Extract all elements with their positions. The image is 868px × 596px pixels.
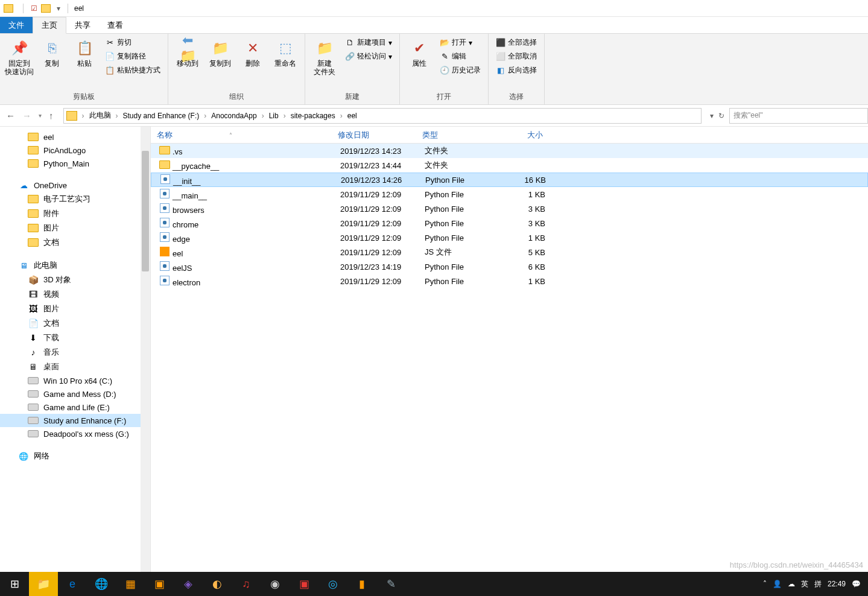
forward-button[interactable]: → — [22, 110, 31, 121]
tray-icon[interactable]: ˄ — [763, 580, 767, 588]
app-button[interactable]: ▦ — [116, 572, 145, 596]
refresh-button[interactable]: ↻ — [718, 112, 724, 120]
column-size[interactable]: 大小 — [501, 130, 549, 141]
qat-folder-icon[interactable] — [41, 4, 51, 13]
delete-button[interactable]: ✕删除 — [238, 36, 267, 70]
tray-icon[interactable]: ☁ — [788, 580, 795, 588]
tree-item[interactable]: Win 10 Pro x64 (C:) — [0, 374, 150, 387]
tree-item[interactable]: eel — [0, 130, 150, 144]
file-row[interactable]: eel 2019/11/29 12:09 JS 文件 5 KB — [151, 245, 868, 259]
system-tray[interactable]: ˄ 👤 ☁ 英 拼 22:49 💬 — [756, 579, 868, 589]
newitem-button[interactable]: 🗋新建项目 ▾ — [343, 36, 394, 49]
pin-button[interactable]: 📌 固定到 快速访问 — [5, 36, 34, 79]
scrollbar[interactable] — [141, 127, 150, 572]
ime-icon[interactable]: 拼 — [814, 579, 822, 589]
file-row[interactable]: __pycache__ 2019/12/23 14:44 文件夹 — [151, 158, 868, 173]
copyto-button[interactable]: 📁复制到 — [206, 36, 235, 70]
vs-button[interactable]: ◈ — [174, 572, 203, 596]
file-row[interactable]: eelJS 2019/12/23 14:19 Python File 6 KB — [151, 259, 868, 274]
explorer-button[interactable]: 📁 — [29, 572, 58, 596]
history-button[interactable]: 🕘历史记录 — [437, 64, 483, 77]
selectnone-button[interactable]: ⬜全部取消 — [493, 50, 539, 63]
tree-item[interactable]: 📦3D 对象 — [0, 273, 150, 287]
crumb[interactable]: Lib — [265, 112, 282, 120]
cut-button[interactable]: ✂剪切 — [103, 36, 163, 49]
app-button[interactable]: ◎ — [318, 572, 347, 596]
crumb[interactable]: AnocondaApp — [207, 112, 260, 120]
tree-item[interactable]: PicAndLogo — [0, 144, 150, 157]
qat-check-icon[interactable]: ☑ — [31, 4, 37, 13]
up-button[interactable]: ↑ — [49, 110, 54, 121]
crumb[interactable]: 此电脑 — [86, 110, 115, 121]
chrome-button[interactable]: 🌐 — [87, 572, 116, 596]
easyaccess-button[interactable]: 🔗轻松访问 ▾ — [343, 50, 394, 63]
breadcrumb[interactable]: › 此电脑› Study and Enhance (F:)› AnocondaA… — [63, 108, 702, 124]
app-button[interactable]: ▣ — [290, 572, 318, 596]
tree-item[interactable]: 🎞视频 — [0, 287, 150, 302]
file-row[interactable]: chrome 2019/11/29 12:09 Python File 3 KB — [151, 216, 868, 230]
ime-icon[interactable]: 英 — [801, 579, 808, 589]
notification-icon[interactable]: 💬 — [852, 580, 861, 588]
file-row[interactable]: browsers 2019/11/29 12:09 Python File 3 … — [151, 201, 868, 216]
app-button[interactable]: ▮ — [347, 572, 376, 596]
recent-button[interactable]: ▾ — [39, 112, 42, 119]
moveto-button[interactable]: ⬅📁移动到 — [173, 36, 202, 70]
tree-item[interactable]: 图片 — [0, 221, 150, 235]
back-button[interactable]: ← — [6, 110, 15, 121]
tree-network[interactable]: 🌐网络 — [0, 449, 150, 463]
tree-item[interactable]: Python_Main — [0, 157, 150, 170]
tab-view[interactable]: 查看 — [99, 17, 131, 33]
crumb[interactable]: Study and Enhance (F:) — [119, 112, 203, 120]
tree-thispc[interactable]: 🖥此电脑 — [0, 258, 150, 273]
column-name[interactable]: 名称 ˄ — [151, 130, 332, 141]
edge-button[interactable]: e — [58, 572, 87, 596]
pasteshortcut-button[interactable]: 📋粘贴快捷方式 — [103, 64, 163, 77]
tree-item[interactable]: Deadpool's xx mess (G:) — [0, 427, 150, 440]
chevron-right-icon[interactable]: › — [339, 112, 344, 120]
app-button[interactable]: ✎ — [376, 572, 405, 596]
sublime-button[interactable]: ▣ — [145, 572, 174, 596]
selectall-button[interactable]: ⬛全部选择 — [493, 36, 539, 49]
chevron-right-icon[interactable]: › — [282, 112, 287, 120]
tree-item[interactable]: ⬇下载 — [0, 331, 150, 345]
netease-button[interactable]: ♫ — [232, 572, 261, 596]
invert-button[interactable]: ◧反向选择 — [493, 64, 539, 77]
rename-button[interactable]: ⬚重命名 — [271, 36, 300, 70]
chevron-right-icon[interactable]: › — [115, 112, 119, 120]
tree-onedrive[interactable]: ☁OneDrive — [0, 179, 150, 192]
tree-item[interactable]: 文档 — [0, 235, 150, 250]
tray-icon[interactable]: 👤 — [773, 580, 782, 588]
newfolder-button[interactable]: 📁新建 文件夹 — [310, 36, 339, 79]
app-button[interactable]: ◐ — [203, 572, 232, 596]
copypath-button[interactable]: 📄复制路径 — [103, 50, 163, 63]
column-date[interactable]: 修改日期 — [332, 130, 416, 141]
steam-button[interactable]: ◉ — [261, 572, 290, 596]
tree-item[interactable]: ♪音乐 — [0, 345, 150, 360]
column-type[interactable]: 类型 — [416, 130, 501, 141]
file-row[interactable]: electron 2019/11/29 12:09 Python File 1 … — [151, 274, 868, 288]
file-row[interactable]: .vs 2019/12/23 14:23 文件夹 — [151, 144, 868, 158]
open-button[interactable]: 📂打开 ▾ — [437, 36, 483, 49]
file-row[interactable]: edge 2019/11/29 12:09 Python File 1 KB — [151, 230, 868, 245]
qat-dropdown-icon[interactable]: ▾ — [57, 4, 60, 13]
tree-item[interactable]: Study and Enhance (F:) — [0, 414, 150, 427]
tree-item[interactable]: 附件 — [0, 206, 150, 221]
tab-home[interactable]: 主页 — [33, 17, 66, 34]
file-row[interactable]: __init__ 2019/12/23 14:26 Python File 16… — [151, 173, 868, 187]
crumb[interactable]: site-packages — [287, 112, 339, 120]
tab-share[interactable]: 共享 — [66, 17, 99, 33]
tree-item[interactable]: Game and Mess (D:) — [0, 387, 150, 401]
tree-item[interactable]: Game and Life (E:) — [0, 401, 150, 414]
edit-button[interactable]: ✎编辑 — [437, 50, 483, 63]
chevron-right-icon[interactable]: › — [261, 112, 265, 120]
tree-item[interactable]: 电子工艺实习 — [0, 192, 150, 206]
tree-item[interactable]: 📄文档 — [0, 316, 150, 331]
file-row[interactable]: __main__ 2019/11/29 12:09 Python File 1 … — [151, 187, 868, 201]
tree-item[interactable]: 🖼图片 — [0, 302, 150, 316]
tree-item[interactable]: 🖥桌面 — [0, 360, 150, 374]
chevron-right-icon[interactable]: › — [81, 112, 86, 120]
properties-button[interactable]: ✔属性 — [405, 36, 434, 70]
dropdown-icon[interactable]: ▾ — [710, 112, 714, 120]
paste-button[interactable]: 📋 粘贴 — [70, 36, 99, 70]
copy-button[interactable]: ⎘ 复制 — [37, 36, 66, 70]
